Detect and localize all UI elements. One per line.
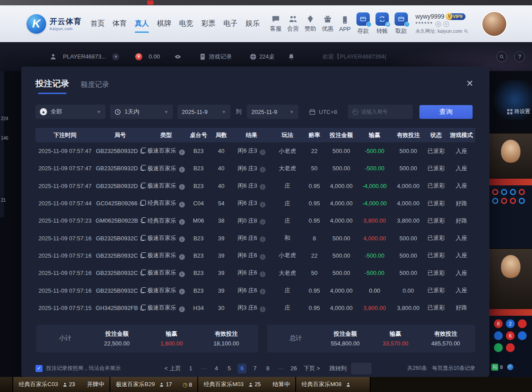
- table-row[interactable]: 2025-11-09 07:57:47 GB2325B0932D 极速百家乐i …: [35, 142, 475, 160]
- deposit-button[interactable]: ↓ 存款: [356, 12, 370, 35]
- nav-item[interactable]: 棋牌: [156, 16, 172, 31]
- player-id[interactable]: PLAYER46873...: [63, 53, 106, 60]
- page-item[interactable]: 1: [186, 364, 195, 373]
- info-icon[interactable]: i: [179, 236, 185, 242]
- customer-service-button[interactable]: 客服: [270, 15, 282, 33]
- info-icon[interactable]: i: [179, 149, 185, 155]
- partnership-button[interactable]: 合营: [287, 15, 299, 33]
- copy-icon[interactable]: [141, 184, 145, 188]
- page-item[interactable]: < 上页: [163, 364, 182, 373]
- copy-icon[interactable]: [141, 236, 145, 241]
- merge-checkbox-group[interactable]: ✓ 投注记录按照局，玩法合并展示: [35, 365, 121, 372]
- eye-icon[interactable]: [174, 53, 181, 60]
- dealer-video-tile[interactable]: [489, 133, 532, 185]
- transfer-button[interactable]: ⇄ 转账: [376, 12, 389, 35]
- info-icon[interactable]: i: [260, 289, 266, 294]
- table-row[interactable]: 2025-11-09 07:57:16 GB2325B0932C 极速百家乐i …: [35, 229, 475, 247]
- info-icon[interactable]: i: [260, 306, 266, 312]
- info-icon[interactable]: i: [179, 202, 185, 208]
- table-row[interactable]: 2025-11-09 07:57:15 GH3425B092FB 极速百家乐i …: [35, 299, 475, 317]
- info-icon[interactable]: i: [179, 306, 185, 312]
- info-icon[interactable]: i: [260, 271, 266, 277]
- help-button[interactable]: ?: [514, 51, 525, 62]
- eye-off-icon[interactable]: ⊘: [435, 21, 441, 27]
- table-preview[interactable]: 极速百家乐B29 17 ◷8: [110, 377, 198, 392]
- copy-icon[interactable]: [141, 219, 145, 223]
- nav-item[interactable]: 娱乐: [245, 16, 261, 31]
- info-icon[interactable]: i: [260, 184, 266, 190]
- info-icon[interactable]: i: [260, 167, 266, 172]
- roadmap-panel[interactable]: [489, 185, 532, 248]
- nav-item[interactable]: 真人: [134, 16, 150, 31]
- table-row[interactable]: 2025-11-09 07:57:47 GB2325B0932D 极速百家乐i …: [35, 177, 475, 195]
- info-icon[interactable]: i: [179, 219, 185, 225]
- copy-icon[interactable]: [141, 166, 145, 171]
- info-icon[interactable]: i: [179, 184, 185, 190]
- date-from-picker[interactable]: 2025-11-9 ▼: [177, 105, 231, 119]
- copy-icon[interactable]: [141, 254, 145, 258]
- info-icon[interactable]: i: [260, 149, 266, 155]
- page-item[interactable]: ···: [276, 364, 285, 373]
- date-to-picker[interactable]: 2025-11-9 ▼: [247, 105, 298, 119]
- site-logo[interactable]: K 开云体育 Kaiyun.com: [27, 14, 82, 34]
- copy-icon[interactable]: [141, 289, 145, 293]
- round-search-input[interactable]: [361, 109, 408, 115]
- round-search[interactable]: [348, 105, 413, 119]
- info-icon[interactable]: i: [179, 167, 185, 172]
- table-row[interactable]: 2025-11-09 07:57:23 GM0625B0922B 经典百家乐i …: [35, 212, 475, 229]
- nav-item[interactable]: 彩票: [200, 16, 216, 31]
- nav-item[interactable]: 电子: [223, 16, 239, 31]
- page-item[interactable]: 6: [238, 364, 246, 373]
- page-item[interactable]: 26: [289, 364, 298, 373]
- page-item[interactable]: 下页 >: [302, 364, 321, 373]
- page-item[interactable]: ···: [199, 364, 208, 373]
- modal-tab[interactable]: 投注记录: [35, 78, 69, 94]
- checkbox-checked-icon[interactable]: ✓: [35, 365, 43, 372]
- date-range-select[interactable]: 1天内 ▼: [110, 105, 173, 119]
- road-settings-button[interactable]: 路设置: [507, 108, 530, 115]
- sponsor-button[interactable]: 赞助: [305, 15, 316, 33]
- info-icon[interactable]: i: [179, 271, 185, 277]
- avatar[interactable]: [482, 12, 506, 36]
- tables-button[interactable]: 224桌: [250, 53, 275, 61]
- modal-tab[interactable]: 额度记录: [81, 80, 109, 94]
- table-row[interactable]: 2025-11-09 07:57:16 GB2325B0932C 极速百家乐i …: [35, 282, 475, 299]
- jump-page-input[interactable]: [351, 363, 372, 374]
- dealer-video-tile[interactable]: [489, 248, 532, 316]
- copy-icon[interactable]: [140, 201, 144, 206]
- table-preview[interactable]: 经典百家乐M08: [296, 377, 371, 392]
- page-item[interactable]: 7: [250, 364, 259, 373]
- info-icon[interactable]: i: [179, 254, 185, 260]
- page-item[interactable]: 8: [263, 364, 272, 373]
- info-icon[interactable]: i: [260, 219, 266, 225]
- page-item[interactable]: 4: [212, 364, 221, 373]
- table-preview[interactable]: 经典百家乐M03 25 结算中: [198, 377, 296, 392]
- game-record-button[interactable]: 游戏记录: [199, 53, 232, 61]
- nav-item[interactable]: 电竞: [178, 16, 194, 31]
- copy-icon[interactable]: [141, 149, 145, 153]
- app-download-button[interactable]: APP: [339, 16, 351, 32]
- nav-item[interactable]: 首页: [90, 16, 106, 31]
- page-item[interactable]: 5: [225, 364, 234, 373]
- info-icon[interactable]: i: [260, 254, 266, 260]
- query-button[interactable]: 查询: [419, 105, 473, 119]
- table-row[interactable]: 2025-11-09 07:57:47 GB2325B0932D 极速百家乐i …: [35, 160, 475, 177]
- magnifier-icon[interactable]: [464, 29, 469, 34]
- refresh-icon[interactable]: ∨: [443, 21, 449, 27]
- copy-icon[interactable]: [141, 271, 145, 275]
- game-type-select[interactable]: ♠ 全部 ▼: [35, 105, 106, 119]
- search-circle-button[interactable]: [497, 51, 507, 62]
- bell-icon[interactable]: [288, 53, 295, 60]
- info-icon[interactable]: i: [179, 289, 185, 294]
- info-icon[interactable]: i: [260, 236, 266, 242]
- copy-icon[interactable]: [141, 306, 145, 310]
- table-row[interactable]: 2025-11-09 07:57:44 GC0425B09266 经典百家乐i …: [35, 195, 475, 212]
- table-row[interactable]: 2025-11-09 07:57:16 GB2325B0932C 极速百家乐i …: [35, 264, 475, 282]
- info-icon[interactable]: i: [260, 202, 266, 208]
- close-icon[interactable]: ✕: [466, 79, 473, 88]
- promotions-button[interactable]: 优惠: [322, 15, 333, 33]
- withdraw-button[interactable]: ↑ 取款: [395, 12, 408, 35]
- chevron-down-icon[interactable]: ▼: [112, 53, 119, 60]
- nav-item[interactable]: 体育: [112, 16, 128, 31]
- table-row[interactable]: 2025-11-09 07:57:16 GB2325B0932C 极速百家乐i …: [35, 247, 475, 264]
